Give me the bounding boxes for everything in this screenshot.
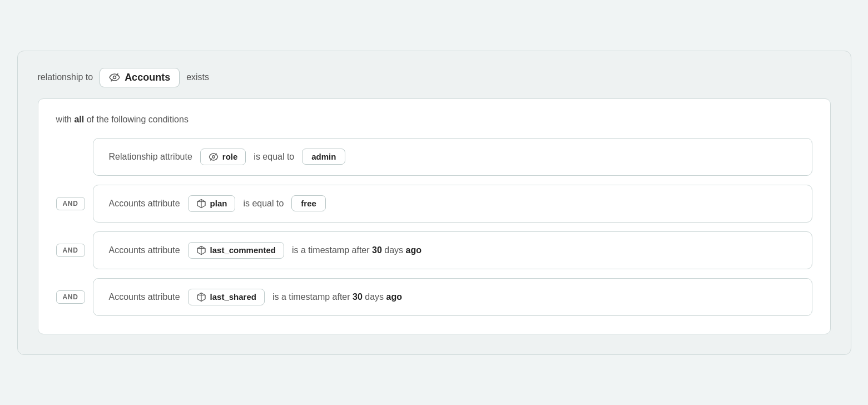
attr-type-4: Accounts attribute bbox=[109, 292, 180, 302]
all-keyword: all bbox=[74, 115, 84, 124]
operator-3: is a timestamp after 30 days ago bbox=[292, 245, 421, 255]
condition-rows: Relationship attribute role is equal to … bbox=[56, 138, 812, 316]
box-icon-4 bbox=[196, 292, 206, 302]
admin-value-label: admin bbox=[311, 152, 336, 161]
conditions-header: with all of the following conditions bbox=[56, 115, 812, 125]
accounts-label: Accounts bbox=[125, 72, 170, 83]
conditions-container: with all of the following conditions Rel… bbox=[38, 98, 831, 334]
and-badge-4: AND bbox=[56, 290, 85, 304]
plan-attr-label: plan bbox=[210, 199, 227, 208]
accounts-entity-badge[interactable]: Accounts bbox=[100, 68, 180, 87]
accounts-icon bbox=[109, 72, 120, 83]
relationship-prefix: relationship to bbox=[38, 72, 93, 82]
attr-type-2: Accounts attribute bbox=[109, 199, 180, 209]
admin-value-badge[interactable]: admin bbox=[302, 149, 345, 165]
and-badge-2: AND bbox=[56, 197, 85, 210]
condition-row-4: AND Accounts attribute last_shared is a … bbox=[56, 278, 812, 316]
operator-2: is equal to bbox=[243, 199, 284, 209]
condition-box-1: Relationship attribute role is equal to … bbox=[93, 138, 812, 176]
condition-row-2: AND Accounts attribute plan is equal to … bbox=[56, 185, 812, 223]
condition-box-2: Accounts attribute plan is equal to free bbox=[93, 185, 812, 223]
relationship-icon-1 bbox=[209, 152, 219, 162]
svg-point-0 bbox=[113, 76, 116, 79]
last-shared-attr-badge[interactable]: last_shared bbox=[188, 289, 265, 305]
attr-type-3: Accounts attribute bbox=[109, 245, 180, 255]
box-icon-2 bbox=[196, 199, 206, 209]
and-badge-3: AND bbox=[56, 244, 85, 257]
exists-label: exists bbox=[186, 72, 209, 82]
condition-row-1: Relationship attribute role is equal to … bbox=[56, 138, 812, 176]
operator-1: is equal to bbox=[254, 152, 294, 162]
condition-box-3: Accounts attribute last_commented is a t… bbox=[93, 231, 812, 269]
condition-row-3: AND Accounts attribute last_commented is… bbox=[56, 231, 812, 269]
box-icon-3 bbox=[196, 245, 206, 255]
role-attr-label: role bbox=[222, 152, 238, 161]
top-row: relationship to Accounts exists bbox=[38, 68, 831, 87]
condition-box-4: Accounts attribute last_shared is a time… bbox=[93, 278, 812, 316]
last-commented-attr-badge[interactable]: last_commented bbox=[188, 242, 284, 259]
role-attr-badge[interactable]: role bbox=[200, 149, 246, 165]
free-value-label: free bbox=[301, 199, 316, 208]
last-shared-attr-label: last_shared bbox=[210, 292, 256, 302]
free-value-badge[interactable]: free bbox=[291, 195, 326, 211]
filter-container: relationship to Accounts exists with all… bbox=[17, 51, 851, 355]
last-commented-attr-label: last_commented bbox=[210, 245, 276, 255]
plan-attr-badge[interactable]: plan bbox=[188, 195, 236, 212]
operator-4: is a timestamp after 30 days ago bbox=[272, 292, 402, 302]
attr-type-1: Relationship attribute bbox=[109, 152, 192, 162]
svg-point-1 bbox=[212, 155, 215, 157]
